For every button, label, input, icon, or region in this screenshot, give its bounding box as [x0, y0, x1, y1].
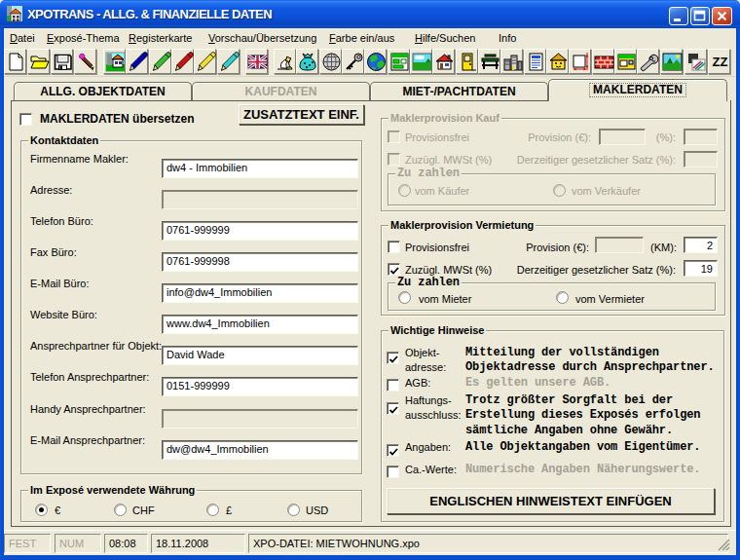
svg-text:ZZ: ZZ [713, 55, 728, 69]
